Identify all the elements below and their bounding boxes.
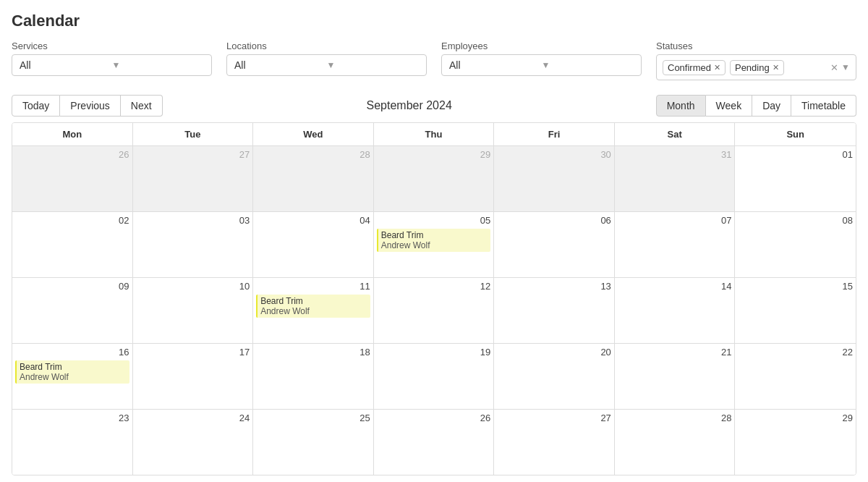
cal-cell-2-4[interactable]: 13	[494, 278, 615, 343]
cal-cell-3-5[interactable]: 21	[615, 344, 736, 409]
event-1-3-0[interactable]: Beard TrimAndrew Wolf	[377, 229, 491, 252]
statuses-chevron-icon[interactable]: ▼	[841, 62, 850, 72]
page-title: Calendar	[12, 12, 856, 30]
day-number: 19	[377, 347, 491, 358]
cal-cell-4-4[interactable]: 27	[494, 410, 615, 475]
cal-cell-1-6[interactable]: 08	[735, 212, 856, 277]
day-number: 26	[377, 413, 491, 423]
week-row-3: 16Beard TrimAndrew Wolf171819202122	[12, 344, 856, 410]
header-sat: Sat	[615, 123, 736, 146]
cal-cell-0-1[interactable]: 27	[133, 146, 254, 211]
view-timetable-button[interactable]: Timetable	[791, 95, 856, 117]
cal-cell-1-2[interactable]: 04	[253, 212, 374, 277]
employees-chevron-icon: ▼	[542, 60, 634, 70]
week-row-4: 23242526272829	[12, 410, 856, 475]
day-number: 09	[15, 281, 129, 292]
cal-cell-0-2[interactable]: 28	[253, 146, 374, 211]
day-number: 15	[738, 281, 853, 292]
day-number: 04	[256, 215, 370, 226]
header-mon: Mon	[12, 123, 133, 146]
nav-buttons: Today Previous Next	[12, 95, 163, 117]
cal-cell-1-1[interactable]: 03	[133, 212, 254, 277]
services-value: All	[20, 59, 112, 71]
services-chevron-icon: ▼	[112, 60, 205, 70]
week-row-0: 26272829303101	[12, 146, 856, 212]
filters-section: Services All ▼ Locations All ▼ Employees…	[12, 41, 856, 80]
cal-cell-1-0[interactable]: 02	[12, 212, 133, 277]
day-number: 05	[377, 215, 491, 226]
day-number: 11	[256, 281, 370, 292]
day-number: 21	[618, 347, 732, 358]
event-subtitle: Andrew Wolf	[260, 306, 367, 316]
header-wed: Wed	[253, 123, 374, 146]
statuses-input[interactable]: Confirmed ✕ Pending ✕ ✕ ▼	[656, 54, 856, 80]
cal-cell-1-3[interactable]: 05Beard TrimAndrew Wolf	[374, 212, 495, 277]
event-subtitle: Andrew Wolf	[381, 240, 488, 250]
cal-cell-4-3[interactable]: 26	[374, 410, 495, 475]
cal-cell-3-0[interactable]: 16Beard TrimAndrew Wolf	[12, 344, 133, 409]
header-tue: Tue	[133, 123, 254, 146]
cal-cell-0-4[interactable]: 30	[494, 146, 615, 211]
page-container: Calendar Services All ▼ Locations All ▼ …	[0, 0, 868, 482]
day-number: 17	[136, 347, 250, 358]
current-period: September 2024	[163, 99, 656, 112]
cal-cell-2-6[interactable]: 15	[735, 278, 856, 343]
cal-cell-3-3[interactable]: 19	[374, 344, 495, 409]
tag-pending: Pending ✕	[730, 60, 784, 75]
day-number: 12	[377, 281, 491, 292]
services-filter-group: Services All ▼	[12, 41, 212, 80]
services-label: Services	[12, 41, 212, 51]
day-number: 26	[15, 149, 129, 160]
cal-cell-1-5[interactable]: 07	[615, 212, 736, 277]
cal-cell-3-4[interactable]: 20	[494, 344, 615, 409]
day-number: 03	[136, 215, 250, 226]
previous-button[interactable]: Previous	[60, 95, 120, 117]
statuses-clear-icon[interactable]: ✕	[830, 62, 838, 73]
cal-cell-2-3[interactable]: 12	[374, 278, 495, 343]
day-number: 25	[256, 413, 370, 423]
day-number: 07	[618, 215, 732, 226]
cal-cell-3-1[interactable]: 17	[133, 344, 254, 409]
calendar-toolbar: Today Previous Next September 2024 Month…	[12, 89, 856, 122]
view-month-button[interactable]: Month	[656, 95, 706, 117]
day-number: 27	[497, 413, 611, 423]
cal-cell-0-0[interactable]: 26	[12, 146, 133, 211]
today-button[interactable]: Today	[12, 95, 60, 117]
cal-cell-4-6[interactable]: 29	[735, 410, 856, 475]
cal-cell-0-6[interactable]: 01	[735, 146, 856, 211]
day-number: 16	[15, 347, 129, 358]
cal-cell-0-3[interactable]: 29	[374, 146, 495, 211]
event-3-0-0[interactable]: Beard TrimAndrew Wolf	[15, 360, 129, 384]
services-select[interactable]: All ▼	[12, 54, 212, 76]
event-title: Beard Trim	[260, 296, 367, 306]
cal-cell-2-1[interactable]: 10	[133, 278, 254, 343]
header-sun: Sun	[735, 123, 856, 146]
cal-cell-3-6[interactable]: 22	[735, 344, 856, 409]
cal-cell-2-5[interactable]: 14	[615, 278, 736, 343]
view-week-button[interactable]: Week	[706, 95, 753, 117]
tag-pending-close[interactable]: ✕	[773, 63, 779, 72]
employees-select[interactable]: All ▼	[441, 54, 642, 76]
cal-cell-4-5[interactable]: 28	[615, 410, 736, 475]
cal-cell-4-0[interactable]: 23	[12, 410, 133, 475]
view-day-button[interactable]: Day	[752, 95, 791, 117]
cal-cell-0-5[interactable]: 31	[615, 146, 736, 211]
cal-cell-4-1[interactable]: 24	[133, 410, 254, 475]
day-number: 08	[738, 215, 853, 226]
cal-cell-2-2[interactable]: 11Beard TrimAndrew Wolf	[253, 278, 374, 343]
cal-cell-1-4[interactable]: 06	[494, 212, 615, 277]
week-row-1: 02030405Beard TrimAndrew Wolf060708	[12, 212, 856, 278]
day-number: 30	[497, 149, 611, 160]
next-button[interactable]: Next	[121, 95, 163, 117]
cal-cell-2-0[interactable]: 09	[12, 278, 133, 343]
cal-cell-3-2[interactable]: 18	[253, 344, 374, 409]
tag-confirmed-close[interactable]: ✕	[714, 63, 720, 72]
event-title: Beard Trim	[20, 362, 127, 372]
locations-select[interactable]: All ▼	[226, 54, 427, 76]
event-2-2-0[interactable]: Beard TrimAndrew Wolf	[256, 295, 370, 318]
cal-cell-4-2[interactable]: 25	[253, 410, 374, 475]
day-number: 02	[15, 215, 129, 226]
day-number: 31	[618, 149, 732, 160]
day-number: 23	[15, 413, 129, 423]
event-title: Beard Trim	[381, 230, 488, 240]
